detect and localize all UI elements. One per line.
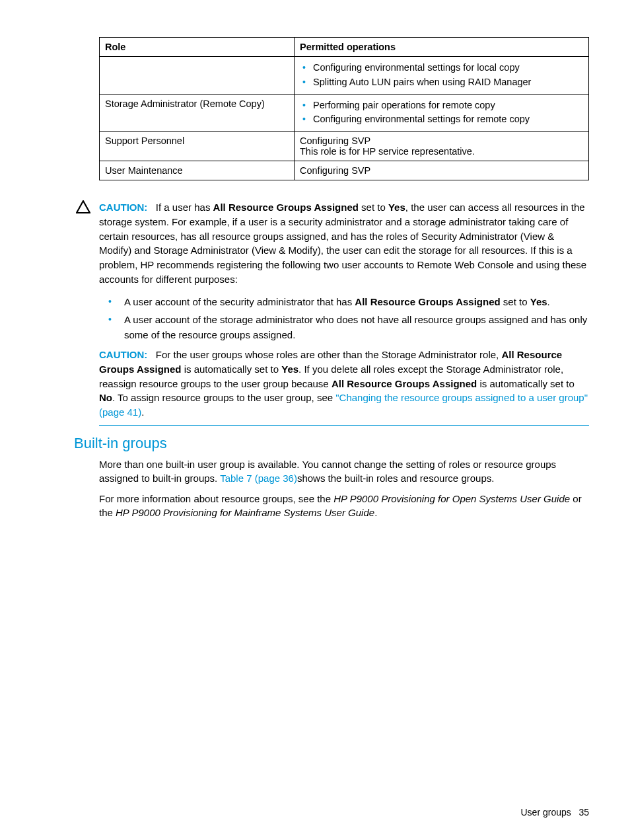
table-row: User Maintenance Configuring SVP bbox=[100, 161, 589, 180]
ops-cell: Configuring environmental settings for l… bbox=[295, 57, 589, 95]
builtin-groups-body: More than one built-in user group is ava… bbox=[99, 457, 589, 519]
list-item: A user account of the security administr… bbox=[124, 295, 589, 310]
table-header-role: Role bbox=[100, 38, 295, 57]
op-item: Splitting Auto LUN pairs when using RAID… bbox=[300, 75, 583, 90]
table-row: Support Personnel Configuring SVP This r… bbox=[100, 132, 589, 161]
caution-label: CAUTION: bbox=[99, 349, 147, 360]
link-table-7[interactable]: Table 7 (page 36) bbox=[220, 473, 297, 484]
op-item: Configuring environmental settings for r… bbox=[300, 112, 583, 127]
caution-triangle-icon bbox=[76, 200, 90, 213]
list-item: A user account of the storage administra… bbox=[124, 313, 589, 342]
table-row: Storage Administrator (Remote Copy) Perf… bbox=[100, 94, 589, 132]
roles-table: Role Permitted operations Configuring en… bbox=[99, 37, 589, 180]
role-cell: Support Personnel bbox=[100, 132, 295, 161]
role-cell: User Maintenance bbox=[100, 161, 295, 180]
ops-cell: Configuring SVP bbox=[295, 161, 589, 180]
op-item: Configuring environmental settings for l… bbox=[300, 61, 583, 75]
footer-section-name: User groups bbox=[520, 807, 571, 818]
caution-label: CAUTION: bbox=[99, 202, 147, 213]
ops-cell: Performing pair operations for remote co… bbox=[295, 94, 589, 132]
section-divider bbox=[99, 425, 589, 426]
caution-paragraph: CAUTION: If a user has All Resource Grou… bbox=[99, 200, 589, 287]
caution-block-1: CAUTION: If a user has All Resource Grou… bbox=[99, 200, 589, 426]
table-row: Configuring environmental settings for l… bbox=[100, 57, 589, 95]
role-cell bbox=[100, 57, 295, 95]
paragraph: For more information about resource grou… bbox=[99, 492, 589, 519]
page-footer: User groups 35 bbox=[520, 807, 589, 818]
caution-paragraph-2: CAUTION: For the user groups whose roles… bbox=[99, 348, 589, 420]
table-header-ops: Permitted operations bbox=[295, 38, 589, 57]
role-cell: Storage Administrator (Remote Copy) bbox=[100, 94, 295, 132]
ops-cell: Configuring SVP This role is for HP serv… bbox=[295, 132, 589, 161]
section-heading-builtin-groups: Built-in groups bbox=[74, 435, 589, 452]
caution-bullet-list: A user account of the security administr… bbox=[99, 295, 589, 343]
footer-page-number: 35 bbox=[578, 807, 589, 818]
paragraph: More than one built-in user group is ava… bbox=[99, 457, 589, 485]
op-item: Performing pair operations for remote co… bbox=[300, 98, 583, 113]
